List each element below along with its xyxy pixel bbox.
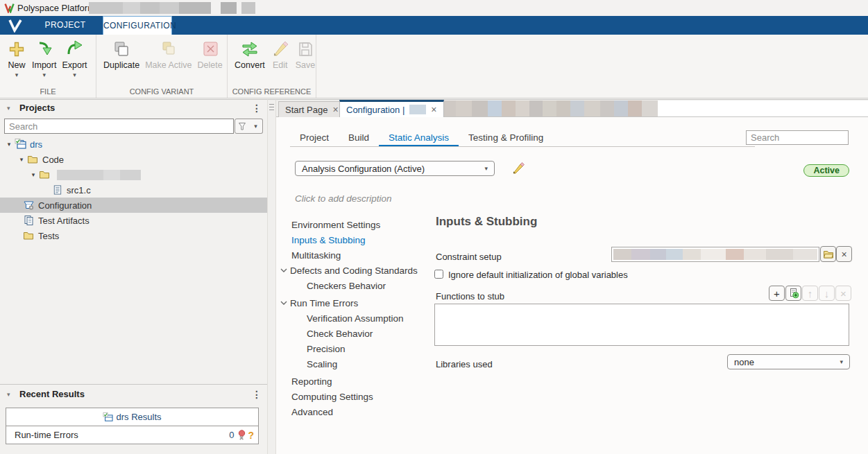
nav-check-behavior[interactable]: Check Behavior (276, 326, 434, 341)
group-label-file: FILE (0, 87, 96, 96)
close-icon[interactable]: × (431, 105, 436, 114)
settings-search-input[interactable] (746, 130, 849, 145)
config-variant-select[interactable]: Analysis Configuration (Active) ▾ (295, 161, 495, 176)
expander-icon[interactable]: ▾ (4, 141, 14, 148)
redacted-folder-name (57, 170, 141, 180)
libraries-used-label: Libraries used (436, 359, 493, 369)
app-window: Polyspace Platform PROJECT CONFIGURATION… (0, 0, 868, 454)
clear-constraint-button[interactable]: × (836, 246, 852, 262)
ribbon-tab-project[interactable]: PROJECT (33, 16, 97, 35)
description-placeholder[interactable]: Click to add description (295, 193, 392, 204)
nav-run-time-errors[interactable]: Run Time Errors (276, 295, 434, 311)
results-table-header[interactable]: drs Results (6, 408, 258, 426)
save-floppy-icon (296, 40, 315, 59)
nav-defects-coding-standards[interactable]: Defects and Coding Standards (276, 263, 434, 278)
tree-item-folder-redacted[interactable]: ▾ (0, 167, 267, 182)
folder-icon (26, 155, 39, 164)
recent-results-collapse-icon[interactable]: ▾ (7, 391, 10, 398)
nav-multitasking[interactable]: Multitasking (276, 247, 434, 263)
project-icon (14, 139, 26, 150)
tree-item-configuration[interactable]: Configuration (0, 198, 267, 213)
tree-item-tests-folder[interactable]: Tests (0, 228, 267, 243)
result-status: 0 ? (229, 430, 258, 441)
ribbon-group-config-variant: Duplicate Make Active Delete CONFIG VARI… (96, 35, 228, 98)
duplicate-icon (112, 40, 131, 59)
result-row-runtime-errors[interactable]: Run-time Errors 0 ? (6, 426, 258, 444)
tab-configuration[interactable]: Configuration | × (339, 100, 444, 117)
new-button[interactable]: New ▾ (4, 38, 29, 80)
panel-splitter[interactable] (267, 99, 276, 454)
nav-advanced[interactable]: Advanced (276, 404, 434, 419)
move-up-button[interactable]: ↑ (802, 286, 818, 301)
chevron-down-icon: ▾ (840, 358, 843, 365)
filter-dropdown-button[interactable]: ▾ (249, 119, 263, 134)
ribbon-toolbar: New ▾ Import ▾ Export ▾ FILE Duplicate (0, 35, 868, 98)
save-button[interactable]: Save (293, 38, 318, 71)
close-icon[interactable]: × (332, 105, 338, 114)
import-button[interactable]: Import ▾ (29, 38, 59, 80)
nav-environment-settings[interactable]: Environment Settings (276, 217, 434, 232)
ribbon-tab-configuration[interactable]: CONFIGURATION (103, 16, 172, 35)
functions-to-stub-list[interactable] (434, 304, 849, 346)
filter-button[interactable] (235, 119, 250, 134)
nav-precision[interactable]: Precision (276, 341, 434, 356)
export-dropdown-caret[interactable]: ▾ (73, 72, 76, 78)
make-active-button[interactable]: Make Active (142, 38, 194, 71)
browse-folder-button[interactable] (820, 246, 836, 262)
redacted-title-text (89, 2, 211, 14)
subtab-testing-profiling[interactable]: Testing & Profiling (459, 129, 553, 146)
redacted-tabs-region (428, 101, 658, 116)
rename-config-button[interactable] (512, 161, 525, 177)
remove-function-button[interactable]: × (835, 286, 851, 301)
subtab-build[interactable]: Build (339, 129, 379, 146)
move-down-button[interactable]: ↓ (819, 286, 835, 301)
project-icon (103, 412, 113, 422)
add-function-button[interactable]: + (769, 286, 785, 301)
nav-computing-settings[interactable]: Computing Settings (276, 389, 434, 404)
chevron-down-icon: ▾ (484, 165, 488, 172)
libraries-used-select[interactable]: none ▾ (727, 354, 850, 369)
ignore-default-init-checkbox[interactable] (434, 270, 443, 279)
nav-reporting[interactable]: Reporting (276, 374, 434, 389)
projects-menu-icon[interactable]: ⋮ (252, 103, 262, 113)
main-area: Start Page × Configuration | × Project B… (276, 99, 868, 454)
ribbon-group-config-reference: Convert Edit Save CONFIG REFERENCE (228, 35, 316, 98)
group-label-config-reference: CONFIG REFERENCE (228, 87, 316, 96)
new-dropdown-caret[interactable]: ▾ (15, 72, 19, 78)
import-dropdown-caret[interactable]: ▾ (42, 72, 46, 78)
projects-collapse-icon[interactable]: ▾ (7, 105, 10, 112)
config-subtabs: Project Build Static Analysis Testing & … (290, 129, 755, 147)
delete-button[interactable]: Delete (195, 38, 225, 71)
add-from-file-button[interactable] (785, 286, 801, 301)
folder-icon (22, 231, 35, 241)
nav-scaling[interactable]: Scaling (276, 356, 434, 372)
export-button[interactable]: Export ▾ (59, 38, 90, 80)
nav-checkers-behavior[interactable]: Checkers Behavior (276, 278, 434, 293)
tab-start-page[interactable]: Start Page × (278, 101, 346, 117)
tree-item-test-artifacts[interactable]: Test Artifacts (0, 213, 267, 228)
splitter-handle-icon[interactable] (269, 104, 274, 112)
ribbon-group-file: New ▾ Import ▾ Export ▾ FILE (0, 35, 96, 98)
finding-count: 0 (229, 430, 234, 440)
edit-button[interactable]: Edit (268, 38, 293, 71)
redacted-tab-text (409, 105, 426, 114)
recent-results-title: Recent Results (19, 389, 85, 399)
duplicate-button[interactable]: Duplicate (101, 38, 142, 71)
polyspace-ribbon-logo-icon (0, 16, 31, 35)
subtab-static-analysis[interactable]: Static Analysis (379, 129, 459, 146)
projects-panel-title: Projects (19, 103, 55, 113)
subtab-project[interactable]: Project (290, 129, 339, 146)
projects-search-input[interactable] (4, 119, 234, 134)
nav-verification-assumption[interactable]: Verification Assumption (276, 311, 434, 326)
tree-item-file-src1[interactable]: src1.c (0, 182, 267, 198)
tree-item-project-drs[interactable]: ▾ drs (0, 137, 267, 152)
nav-inputs-stubbing[interactable]: Inputs & Stubbing (276, 232, 434, 247)
constraint-setup-field[interactable] (611, 247, 819, 262)
convert-button[interactable]: Convert (232, 38, 268, 71)
expander-icon[interactable]: ▾ (17, 156, 26, 163)
recent-results-table: drs Results Run-time Errors 0 ? (6, 408, 259, 444)
recent-results-menu-icon[interactable]: ⋮ (252, 390, 262, 399)
polyspace-logo-icon (4, 3, 15, 15)
tree-item-folder-code[interactable]: ▾ Code (0, 152, 267, 167)
expander-icon[interactable]: ▾ (28, 171, 38, 178)
